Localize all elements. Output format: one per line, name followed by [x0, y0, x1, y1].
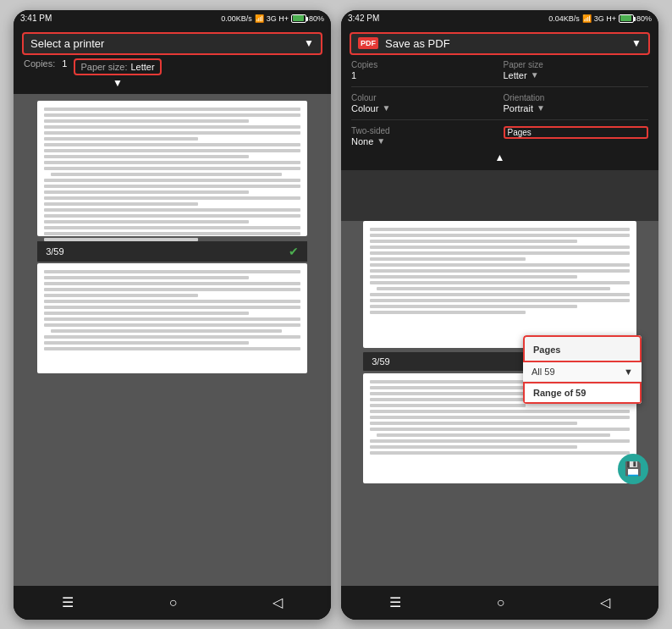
text-line	[44, 202, 198, 206]
home-icon-left[interactable]: ○	[169, 595, 178, 610]
copies-label-right: Copies	[351, 60, 497, 69]
copies-setting: Copies 1	[351, 60, 497, 80]
text-line	[44, 323, 300, 327]
back-icon-right[interactable]: ◁	[600, 594, 610, 610]
speed-right: 0.04KB/s	[548, 14, 580, 23]
signal-icons-right: 📶	[582, 14, 592, 23]
pdf-title-text: Save as PDF	[385, 37, 625, 50]
text-line	[370, 311, 526, 314]
pages-dropdown[interactable]: Pages All 59 ▼ Range of 59	[523, 335, 642, 404]
menu-icon-right[interactable]: ☰	[389, 594, 401, 610]
two-sided-value: None	[351, 136, 373, 146]
doc-overlay-right	[341, 170, 658, 221]
copies-row: Copies: 1	[22, 58, 69, 69]
bottom-nav-left: ☰ ○ ◁	[14, 586, 331, 620]
text-line	[51, 173, 281, 176]
doc-text-left	[37, 101, 307, 251]
text-line	[377, 433, 610, 437]
text-line	[44, 214, 300, 218]
status-left: 3:41 PM	[20, 14, 52, 23]
colour-arrow[interactable]: ▼	[382, 103, 390, 113]
text-line	[51, 329, 281, 333]
printer-select-row[interactable]: Select a printer ▼	[22, 32, 322, 55]
menu-icon-left[interactable]: ☰	[62, 594, 74, 610]
two-sided-arrow[interactable]: ▼	[377, 136, 385, 146]
text-line	[44, 270, 300, 273]
doc-text-right	[363, 221, 636, 323]
text-line	[44, 137, 198, 141]
text-line	[44, 196, 300, 200]
network-right: 3G H+	[594, 14, 616, 23]
text-line	[370, 410, 630, 413]
time-left: 3:41 PM	[20, 14, 52, 23]
text-line	[44, 167, 300, 170]
text-line	[370, 404, 526, 407]
text-line	[370, 299, 630, 302]
right-phone: 3:42 PM 0.04KB/s 📶 3G H+ 80% PDF Save as…	[341, 10, 658, 620]
text-line	[44, 143, 300, 146]
pdf-dropdown-arrow[interactable]: ▼	[631, 37, 642, 49]
text-line	[44, 282, 300, 285]
left-phone: 3:41 PM 0.00KB/s 📶 3G H+ 80% Select a pr…	[14, 10, 331, 620]
status-right-right: 0.04KB/s 📶 3G H+ 80%	[548, 14, 652, 23]
all-pages-arrow[interactable]: ▼	[624, 367, 633, 377]
two-sided-value-row[interactable]: None ▼	[351, 136, 497, 146]
text-line	[44, 232, 300, 235]
status-left-right: 3:42 PM	[348, 14, 379, 23]
text-line	[370, 428, 630, 431]
pages-option-all[interactable]: All 59 ▼	[523, 362, 642, 382]
text-line	[44, 155, 249, 158]
pages-option-range[interactable]: Range of 59	[523, 382, 642, 404]
orientation-value: Portrait	[504, 103, 533, 113]
paper-size-value-row[interactable]: Letter ▼	[504, 70, 649, 80]
text-line	[44, 185, 300, 188]
two-sided-setting: Two-sided None ▼	[351, 126, 497, 146]
text-line	[370, 251, 630, 255]
text-line	[370, 234, 630, 237]
pages-label: Pages	[504, 126, 649, 139]
paper-size-setting: Paper size Letter ▼	[504, 60, 649, 80]
text-line	[44, 220, 249, 223]
text-line	[44, 226, 300, 229]
text-line	[44, 347, 300, 350]
colour-label: Colour	[351, 93, 497, 102]
text-line	[44, 300, 300, 303]
text-line	[370, 422, 577, 425]
text-line	[370, 416, 630, 419]
orientation-arrow[interactable]: ▼	[537, 103, 545, 113]
collapse-icon[interactable]: ▲	[495, 152, 505, 163]
text-line	[44, 131, 300, 135]
copies-label: Copies:	[24, 58, 55, 69]
text-line	[44, 108, 300, 111]
text-line	[370, 246, 630, 249]
orientation-value-row[interactable]: Portrait ▼	[504, 103, 649, 113]
text-line	[44, 179, 300, 182]
text-line	[44, 190, 249, 194]
text-line	[44, 113, 300, 117]
colour-value-row[interactable]: Colour ▼	[351, 103, 497, 113]
orientation-label: Orientation	[504, 93, 649, 102]
battery-fill-left	[293, 15, 304, 21]
collapse-row[interactable]: ▲	[350, 150, 650, 165]
pages-dropdown-header: Pages	[523, 335, 642, 362]
text-line	[370, 305, 577, 308]
settings-grid: Copies 1 Paper size Letter ▼ Colour	[350, 60, 650, 150]
pdf-title-row[interactable]: PDF Save as PDF ▼	[350, 32, 650, 55]
speed-left: 0.00KB/s	[221, 14, 252, 23]
save-fab[interactable]: 💾	[618, 454, 648, 484]
text-line	[370, 293, 630, 296]
printer-dropdown-arrow[interactable]: ▼	[304, 37, 314, 49]
network-left: 3G H+	[267, 14, 289, 23]
text-line	[370, 445, 577, 449]
home-icon-right[interactable]: ○	[497, 595, 505, 610]
printer-select-text: Select a printer	[30, 37, 304, 50]
paper-size-label-right: Paper size	[504, 60, 649, 69]
text-line	[370, 240, 577, 243]
paper-size-arrow-right[interactable]: ▼	[531, 70, 539, 80]
paper-size-group[interactable]: Paper size: Letter ▼	[74, 58, 161, 89]
copies-value-right: 1	[351, 70, 497, 80]
paper-size-arrow[interactable]: ▼	[74, 77, 161, 89]
text-line	[44, 335, 300, 339]
colour-value: Colour	[351, 103, 378, 113]
back-icon-left[interactable]: ◁	[273, 594, 283, 610]
